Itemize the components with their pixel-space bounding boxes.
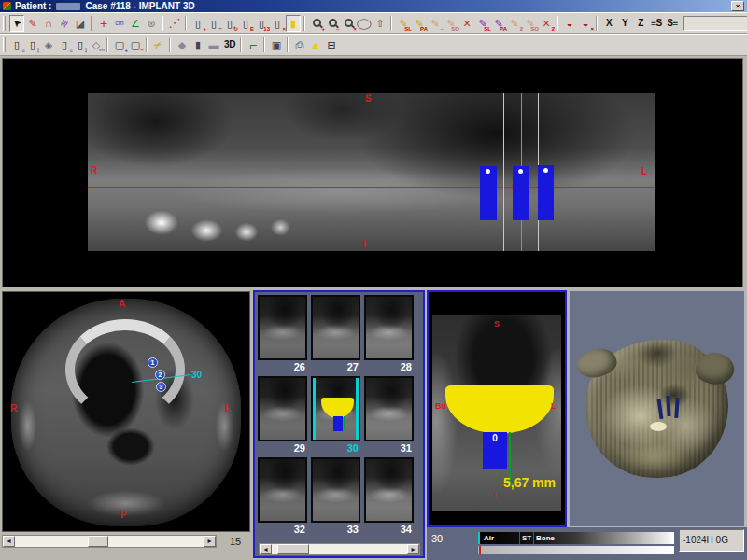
crosshair-tool-button[interactable]: + xyxy=(96,15,111,32)
implant-point-3[interactable]: 3 xyxy=(156,382,166,392)
density-tick-st[interactable] xyxy=(519,532,520,544)
implant-point-2[interactable]: 2 xyxy=(155,370,165,380)
implant-lines-left-button[interactable]: ▯≡ xyxy=(9,36,24,53)
view-3d-button[interactable]: 3D xyxy=(222,36,237,53)
pano-ruler-button[interactable]: ⌐ xyxy=(246,36,261,53)
angle-tool-button[interactable]: ∠ xyxy=(128,15,143,32)
scroll-right-button[interactable]: ▸ xyxy=(204,536,216,547)
implant-number-button[interactable]: ▯13 xyxy=(254,15,269,32)
delete-drawing-button[interactable]: × xyxy=(459,15,474,32)
slice-cell-29[interactable]: 29 xyxy=(258,376,307,455)
threed-view-panel[interactable] xyxy=(569,290,745,527)
add-image-button[interactable]: ▢+ xyxy=(112,36,127,53)
zoom-off-button[interactable]: × xyxy=(341,15,356,32)
scrollbar-track[interactable] xyxy=(272,544,407,554)
save-button[interactable]: ⊟ xyxy=(324,36,339,53)
slice-cell-26[interactable]: 26 xyxy=(258,295,307,374)
measure-cm-button[interactable]: cm xyxy=(112,15,127,32)
slice-first-button[interactable]: ≡S xyxy=(649,15,664,32)
layout-button[interactable]: ▣ xyxy=(269,36,284,53)
implant-1-pano[interactable] xyxy=(480,166,497,220)
scroll-left-button[interactable]: ◂ xyxy=(260,544,272,554)
implant-lines-right-button[interactable]: ▯≡ xyxy=(57,36,72,53)
implant-2-pano[interactable] xyxy=(513,166,529,220)
scrollbar-thumb[interactable] xyxy=(88,536,108,547)
axial-dots-button[interactable]: ◈ xyxy=(41,36,56,53)
opacity-scale-bar[interactable] xyxy=(478,546,674,554)
implant-edit-button[interactable]: ▯E xyxy=(238,15,253,32)
slice-cell-33[interactable]: 33 xyxy=(311,457,360,537)
implant-delete-button[interactable]: ▯× xyxy=(270,15,285,32)
slice-last-button[interactable]: S≡ xyxy=(665,15,680,32)
draw-pano-2-button[interactable]: ✎PA xyxy=(491,15,506,32)
volume-box-button[interactable]: ◪ xyxy=(73,15,88,32)
axial-scrollbar[interactable]: ◂ ▸ xyxy=(2,535,217,548)
scroll-left-button[interactable]: ◂ xyxy=(3,536,15,547)
implant-3-pano[interactable] xyxy=(538,165,554,220)
axis-z-button[interactable]: Z xyxy=(633,15,648,32)
implant-point-1[interactable]: 1 xyxy=(148,357,158,368)
panoramic-view-panel[interactable]: R S I L xyxy=(2,58,743,287)
slice-grid-panel[interactable]: 262728293031323334 ◂ ▸ xyxy=(253,290,425,558)
cross-section-panel[interactable]: S Bu Li I 0 5,67 mm xyxy=(427,290,567,527)
delete-drawing-2-button[interactable]: ×2 xyxy=(539,15,554,32)
caliper-button[interactable]: ✂ xyxy=(151,36,166,53)
implant-cross-section[interactable]: 0 xyxy=(483,432,507,469)
axial-view-panel[interactable]: A R L P 1 2 3 30 xyxy=(2,291,250,532)
implant-add-button[interactable]: ▯+ xyxy=(190,15,205,32)
pano-view-button[interactable]: ▬ xyxy=(206,36,221,53)
implant-handle-dot[interactable] xyxy=(543,168,548,173)
axial-dashes-button[interactable]: ◇⋯ xyxy=(89,36,104,53)
axial-view-button[interactable]: ◆ xyxy=(175,36,190,53)
opacity-tick[interactable] xyxy=(479,546,481,554)
slice-cell-31[interactable]: 31 xyxy=(364,376,414,455)
ellipse-tool-button[interactable]: ◯ xyxy=(357,15,372,32)
axis-y-button[interactable]: Y xyxy=(617,15,632,32)
waxup-button[interactable]: ◒ xyxy=(562,15,577,32)
erase-so-2-button[interactable]: ✎SO xyxy=(523,15,538,32)
sphere-tool-button[interactable]: ⊛ xyxy=(144,15,159,32)
density-tick-cyan[interactable] xyxy=(478,532,480,544)
pano-slice-line-left[interactable] xyxy=(503,93,504,251)
erase-so-button[interactable]: ✎SO xyxy=(444,15,458,32)
implant-marks-right-button[interactable]: ▯⋮ xyxy=(73,36,88,53)
slice-cell-28[interactable]: 28 xyxy=(364,295,414,374)
implant-active-button[interactable]: ▮ xyxy=(286,15,301,32)
scroll-right-button[interactable]: ▸ xyxy=(407,544,419,554)
draw-curve-button[interactable]: ✎ xyxy=(25,15,40,32)
slice-cell-34[interactable]: 34 xyxy=(364,457,414,537)
density-scale-bar[interactable]: Air ST Bone xyxy=(478,532,674,544)
slice-cell-27[interactable]: 27 xyxy=(311,295,360,374)
scrollbar-track[interactable] xyxy=(15,536,204,547)
zoom-drag-button[interactable]: ↔ xyxy=(325,15,340,32)
close-button[interactable]: × xyxy=(731,1,744,11)
implant-handle-dot[interactable] xyxy=(518,169,523,174)
remove-image-button[interactable]: ▢− xyxy=(128,36,143,53)
axis-x-button[interactable]: X xyxy=(601,15,616,32)
draw-slice-2-button[interactable]: ✎SL xyxy=(475,15,490,32)
print-button[interactable]: ⎙ xyxy=(292,36,307,53)
implant-rotate-button[interactable]: ▯↻ xyxy=(222,15,237,32)
erase-slice-button[interactable]: ✎~ xyxy=(428,15,443,32)
erase-slice-2-button[interactable]: ✎2 xyxy=(507,15,522,32)
implant-marks-left-button[interactable]: ▯⋮ xyxy=(25,36,40,53)
warning-button[interactable]: ▲ xyxy=(308,36,323,53)
arrow-annotation-button[interactable]: ⇧ xyxy=(373,15,388,32)
implant-remove-button[interactable]: ▯− xyxy=(206,15,221,32)
oblique-ruler-button[interactable]: ⋰ xyxy=(167,15,182,32)
draw-pano-button[interactable]: ✎PA xyxy=(412,15,427,32)
title-bar[interactable]: Patient : Case #118 - IMPLANT 3D × xyxy=(0,0,747,12)
scrollbar-thumb[interactable] xyxy=(277,544,309,554)
zoom-in-button[interactable]: + xyxy=(309,15,324,32)
density-tick-bone[interactable] xyxy=(533,532,534,544)
pano-occlusal-line[interactable] xyxy=(88,187,655,188)
draw-slice-button[interactable]: ✎SL xyxy=(396,15,411,32)
implant-handle-dot[interactable] xyxy=(486,169,490,174)
slice-cell-32[interactable]: 32 xyxy=(258,457,307,537)
grid-scrollbar[interactable]: ◂ ▸ xyxy=(259,543,420,555)
waxup-delete-button[interactable]: ◒× xyxy=(578,15,593,32)
nerve-tool-button[interactable]: ≋ xyxy=(57,15,72,32)
slice-cell-30[interactable]: 30 xyxy=(311,376,360,455)
select-tool-button[interactable]: ➤ xyxy=(9,15,24,32)
cross-view-button[interactable]: ▮ xyxy=(190,36,205,53)
